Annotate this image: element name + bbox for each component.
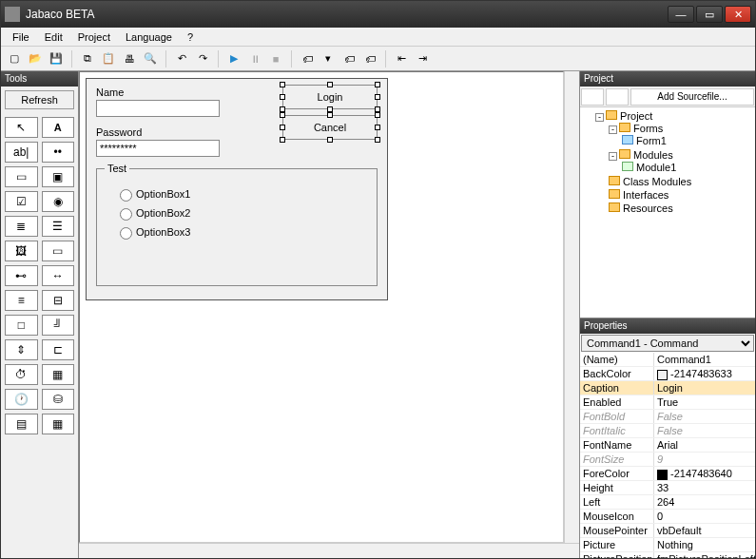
tree-modules[interactable]: Modules (633, 149, 673, 161)
tool-calendar-icon[interactable]: ▦ (42, 414, 75, 434)
designer-canvas[interactable]: Name Password Login Cancel (79, 71, 564, 543)
indent-in-icon[interactable]: ⇥ (413, 49, 432, 68)
view-code-icon[interactable] (581, 88, 604, 106)
property-value[interactable]: 9 (654, 453, 755, 466)
find-icon[interactable]: 🔍 (141, 49, 160, 68)
tag3-icon[interactable]: 🏷 (360, 49, 379, 68)
tool-button-icon[interactable]: ▭ (5, 166, 38, 187)
property-grid[interactable]: (Name)Command1BackColor-2147483633Captio… (580, 353, 755, 558)
redo-icon[interactable]: ↷ (193, 49, 212, 68)
copy-icon[interactable]: ⧉ (78, 49, 97, 68)
menu-language[interactable]: Language (118, 29, 180, 45)
tool-tab-icon[interactable]: ⊏ (42, 339, 75, 360)
tool-combobox-icon[interactable]: ☰ (42, 216, 75, 237)
property-row[interactable]: MousePointervbDefault (580, 524, 755, 538)
property-object-selector[interactable]: Command1 - Command (581, 335, 754, 352)
indent-out-icon[interactable]: ⇤ (392, 49, 411, 68)
view-form-icon[interactable] (606, 88, 629, 106)
optionbox1[interactable]: OptionBox1 (120, 188, 190, 202)
property-value[interactable]: Arial (654, 438, 755, 452)
tool-textbox-icon[interactable]: ab| (5, 142, 38, 163)
selection-handle[interactable] (327, 112, 333, 118)
selection-handle[interactable] (280, 137, 285, 143)
run-icon[interactable]: ▶ (224, 49, 243, 68)
property-row[interactable]: PicturePositionfmPicturePositionLeftCent… (580, 552, 755, 558)
tool-pointer-icon[interactable]: ↖ (5, 117, 38, 138)
menu-edit[interactable]: Edit (37, 29, 70, 45)
tree-resources[interactable]: Resources (623, 202, 673, 214)
selection-handle[interactable] (280, 94, 285, 100)
property-row[interactable]: FontNameArial (580, 438, 755, 453)
tool-database-icon[interactable]: ⛁ (42, 389, 75, 410)
tool-clock-icon[interactable]: 🕐 (5, 389, 38, 410)
property-row[interactable]: CaptionLogin (580, 381, 755, 395)
tool-vscroll-icon[interactable]: ≡ (5, 290, 38, 311)
property-row[interactable]: BackColor-2147483633 (580, 367, 755, 381)
password-label[interactable]: Password (96, 126, 142, 138)
name-textbox[interactable] (96, 100, 220, 117)
expand-icon[interactable]: - (595, 113, 604, 122)
print-icon[interactable]: 🖶 (120, 49, 139, 68)
menu-file[interactable]: File (5, 29, 37, 45)
tool-slider-icon[interactable]: ⊷ (5, 265, 38, 286)
tree-interfaces[interactable]: Interfaces (623, 189, 669, 201)
selection-handle[interactable] (280, 125, 285, 130)
expand-icon[interactable]: - (609, 125, 617, 134)
selection-handle[interactable] (375, 125, 380, 130)
tool-timer-icon[interactable]: ⏱ (5, 364, 38, 385)
undo-icon[interactable]: ↶ (172, 49, 191, 68)
property-row[interactable]: FontBoldFalse (580, 410, 755, 424)
selection-handle[interactable] (327, 82, 333, 87)
selection-handle[interactable] (375, 137, 380, 143)
property-value[interactable]: 0 (654, 510, 755, 523)
property-row[interactable]: ForeColor-2147483640 (580, 467, 755, 481)
stop-icon[interactable]: ■ (266, 49, 285, 68)
property-value[interactable]: 33 (654, 481, 755, 494)
optionbox2[interactable]: OptionBox2 (120, 207, 190, 221)
selection-handle[interactable] (280, 82, 285, 87)
property-value[interactable]: Login (654, 381, 755, 395)
tool-grid-icon[interactable]: ▦ (42, 364, 75, 385)
property-row[interactable]: FontItalicFalse (580, 424, 755, 438)
property-row[interactable]: PictureNothing (580, 538, 755, 552)
tree-class-modules[interactable]: Class Modules (623, 176, 691, 187)
tool-listbox-icon[interactable]: ≣ (5, 216, 38, 237)
property-row[interactable]: EnabledTrue (580, 395, 755, 410)
tool-line-icon[interactable]: ╝ (42, 315, 75, 336)
tree-module1[interactable]: Module1 (636, 162, 676, 173)
property-value[interactable]: fmPicturePositionLeftCenter (654, 552, 755, 558)
tool-radio-icon[interactable]: ◉ (42, 191, 75, 212)
tool-label-icon[interactable]: A (42, 117, 75, 138)
tool-frame-icon[interactable]: ▭ (42, 241, 75, 261)
name-label[interactable]: Name (96, 87, 124, 98)
property-value[interactable]: Command1 (654, 353, 755, 366)
tag-icon[interactable]: 🏷 (298, 49, 317, 68)
property-value[interactable]: True (654, 395, 755, 409)
property-row[interactable]: (Name)Command1 (580, 353, 755, 367)
tool-passwordbox-icon[interactable]: •• (42, 142, 75, 163)
tree-project[interactable]: Project (620, 110, 652, 122)
selection-handle[interactable] (375, 112, 380, 118)
tool-picturebox-icon[interactable]: ▣ (42, 166, 75, 187)
tree-forms[interactable]: Forms (633, 123, 663, 134)
test-groupbox[interactable]: Test OptionBox1 OptionBox2 OptionBox3 (96, 168, 378, 286)
tool-updown-icon[interactable]: ⇕ (5, 339, 38, 360)
property-value[interactable]: False (654, 424, 755, 437)
selection-handle[interactable] (280, 112, 285, 118)
property-value[interactable]: 264 (654, 495, 755, 509)
maximize-button[interactable]: ▭ (696, 6, 723, 23)
tool-image-icon[interactable]: 🖼 (5, 241, 38, 261)
expand-icon[interactable]: - (609, 152, 617, 161)
optionbox3[interactable]: OptionBox3 (120, 226, 190, 240)
tool-shape-icon[interactable]: □ (5, 315, 38, 336)
designer-hscroll[interactable] (79, 543, 579, 558)
property-row[interactable]: FontSize9 (580, 453, 755, 467)
tree-form1[interactable]: Form1 (636, 135, 667, 146)
form1-canvas[interactable]: Name Password Login Cancel (86, 78, 388, 300)
titlebar[interactable]: Jabaco BETA — ▭ ✕ (1, 1, 755, 28)
property-value[interactable]: vbDefault (654, 524, 755, 537)
project-tree[interactable]: - Project - Forms Form1 - Modules Module… (580, 107, 755, 318)
refresh-button[interactable]: Refresh (5, 90, 74, 109)
pause-icon[interactable]: ⏸ (245, 49, 264, 68)
tag2-icon[interactable]: 🏷 (339, 49, 359, 68)
